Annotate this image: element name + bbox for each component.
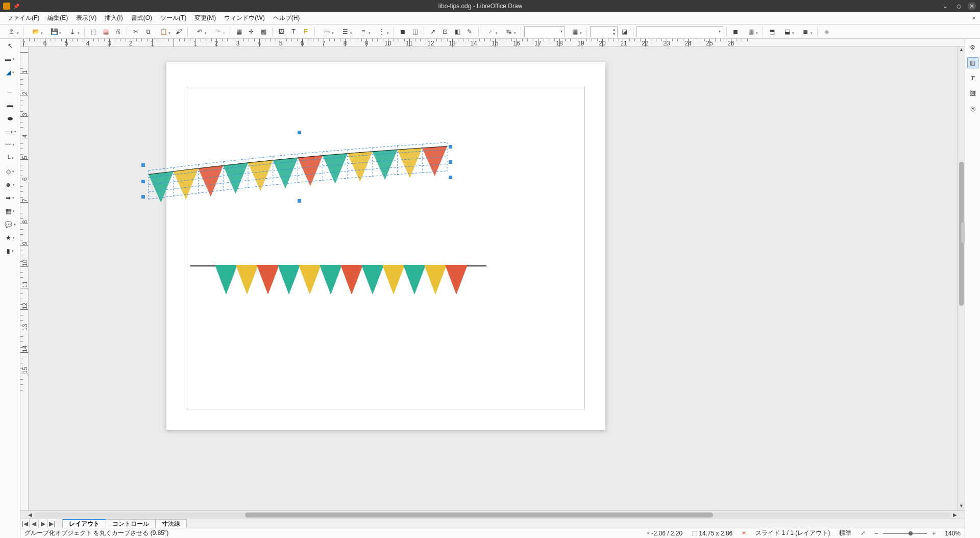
zoom-fit-icon[interactable]: ⤢ (861, 530, 865, 536)
selection-handle[interactable] (449, 176, 452, 179)
maximize-button[interactable]: ◇ (954, 2, 963, 10)
modified-icon[interactable]: ✳ (742, 530, 746, 536)
line-end-button[interactable]: ↹ (500, 26, 518, 37)
tab-nav-prev[interactable]: ◀ (30, 519, 39, 528)
status-zoom[interactable]: 140% (945, 530, 961, 537)
pin-icon[interactable]: 📌 (13, 4, 19, 9)
line-color-tool[interactable]: ▬ (0, 54, 20, 64)
toggle-points-button[interactable]: ↗ (427, 26, 438, 37)
scroll-up-arrow[interactable]: ▲ (958, 47, 965, 54)
copy-button[interactable]: ⧉ (142, 26, 154, 37)
filter-button[interactable]: ▥ (742, 26, 760, 37)
ellipse-tool[interactable]: ⬬ (0, 113, 20, 124)
block-arrows-tool[interactable]: ➡ (0, 193, 20, 203)
menu-file[interactable]: ファイル(F) (3, 12, 43, 24)
symbol-shapes-tool[interactable]: ☻ (0, 180, 20, 190)
minimize-button[interactable]: ⌄ (941, 2, 949, 10)
arrange-front-button[interactable]: ⬒ (766, 26, 777, 37)
align-button[interactable]: ☰ (336, 26, 354, 37)
insert-text-button[interactable]: T (288, 26, 299, 37)
export-direct-button[interactable]: ⬚ (88, 26, 99, 37)
tab-nav-first[interactable]: |◀ (20, 519, 30, 528)
menu-window[interactable]: ウィンドウ(W) (220, 12, 268, 24)
selection-handle[interactable] (298, 199, 301, 203)
horizontal-scrollbar[interactable]: ◀ ▶ (20, 510, 965, 519)
export-button[interactable]: ⤓ (64, 26, 81, 37)
tab-nav-last[interactable]: ▶| (48, 519, 57, 528)
shadow-toggle-button[interactable]: ◼ (730, 26, 741, 37)
close-button[interactable]: ✕ (968, 2, 976, 10)
layer-tab-layout[interactable]: レイアウト (62, 519, 106, 528)
layer-tab-dimlines[interactable]: 寸法線 (155, 519, 187, 528)
print-button[interactable]: 🖨 (112, 26, 124, 37)
helplines-button[interactable]: ▩ (258, 26, 269, 37)
menu-tools[interactable]: ツール(T) (156, 12, 190, 24)
zoom-in-icon[interactable]: + (932, 530, 936, 537)
line-width-combo[interactable]: ▴▾ (590, 26, 618, 37)
snap-guides-button[interactable]: ✛ (246, 26, 257, 37)
zoom-out-icon[interactable]: − (874, 530, 878, 537)
scroll-left-arrow[interactable]: ◀ (27, 512, 34, 518)
selection-handle[interactable] (141, 180, 145, 183)
three-d-objects-tool[interactable]: ▮ (0, 246, 20, 256)
star-shapes-tool[interactable]: ★ (0, 233, 20, 243)
vertical-scrollbar[interactable]: ▲ ▼ (958, 47, 965, 510)
menu-help[interactable]: ヘルプ(H) (269, 12, 304, 24)
layer-tab-controls[interactable]: コントロール (106, 519, 156, 528)
arrange-order-button[interactable]: ⬓ (778, 26, 796, 37)
menu-format[interactable]: 書式(O) (127, 12, 156, 24)
scroll-right-arrow[interactable]: ▶ (951, 512, 959, 518)
fill-color-button[interactable]: ◪ (619, 26, 630, 37)
drawing-canvas[interactable] (29, 47, 958, 510)
basic-shapes-tool[interactable]: ◇ (0, 166, 20, 177)
sidebar-settings-icon[interactable]: ⚙ (967, 42, 978, 53)
clone-format-button[interactable]: 🖌 (173, 26, 184, 37)
grid-button[interactable]: ▦ (233, 26, 244, 37)
selection-handle[interactable] (141, 195, 145, 199)
arrow-line-tool[interactable]: ⟶ (0, 127, 20, 137)
paragraph-style-combo[interactable]: ▾ (636, 26, 723, 37)
selection-handle[interactable] (141, 163, 145, 167)
scroll-thumb[interactable] (245, 512, 713, 518)
selection-handle[interactable] (449, 160, 452, 164)
line-tool[interactable]: ─ (0, 87, 20, 97)
open-button[interactable]: 📂 (27, 26, 44, 37)
gluepoints-button[interactable]: ⊡ (439, 26, 451, 37)
line-style-combo[interactable]: ▾ (524, 26, 565, 37)
extrusion-button[interactable]: ◧ (452, 26, 463, 37)
three-d-button[interactable]: ◆ (821, 26, 832, 37)
export-pdf-button[interactable]: ▤ (100, 26, 111, 37)
selection-handle[interactable] (298, 131, 301, 134)
scroll-down-arrow[interactable]: ▼ (958, 503, 965, 510)
insert-image-button[interactable]: 🖼 (276, 26, 287, 37)
line-color-button[interactable]: ⟋ (482, 26, 499, 37)
arrange-button[interactable]: ≡ (355, 26, 372, 37)
shadow-button[interactable]: ◼ (397, 26, 408, 37)
new-document-button[interactable]: 🗎 (3, 26, 20, 37)
sidebar-properties-icon[interactable]: ▥ (967, 57, 978, 68)
menu-modify[interactable]: 変更(M) (190, 12, 220, 24)
distribute-button[interactable]: ⋮ (373, 26, 390, 37)
area-style-button[interactable]: ▦ (566, 26, 583, 37)
vertical-ruler[interactable]: 123456789101112131415 (20, 47, 29, 510)
select-tool[interactable]: ↖ (0, 41, 20, 51)
menu-view[interactable]: 表示(V) (72, 12, 101, 24)
close-document-icon[interactable]: ✕ (972, 15, 976, 21)
connector-tool[interactable]: └ (0, 153, 20, 163)
draw-functions-button[interactable]: ✎ (464, 26, 475, 37)
sidebar-styles-icon[interactable]: 𝑻 (967, 72, 978, 84)
paste-button[interactable]: 📋 (155, 26, 172, 37)
undo-button[interactable]: ↶ (191, 26, 208, 37)
sidebar-gallery-icon[interactable]: 🖼 (967, 88, 978, 99)
horizontal-ruler[interactable]: 7654321123456789101112131415161718192021… (20, 39, 965, 47)
cut-button[interactable]: ✂ (130, 26, 141, 37)
selection-handle[interactable] (449, 145, 452, 149)
position-button[interactable]: ≣ (797, 26, 814, 37)
callouts-tool[interactable]: 💬 (0, 219, 20, 230)
line-style-button[interactable]: ▭ (318, 26, 335, 37)
sidebar-navigator-icon[interactable]: ◎ (967, 103, 978, 114)
sidebar-collapse-handle[interactable] (961, 223, 965, 243)
redo-button[interactable]: ↷ (209, 26, 227, 37)
menu-insert[interactable]: 挿入(I) (101, 12, 127, 24)
fontwork-button[interactable]: F (300, 26, 311, 37)
